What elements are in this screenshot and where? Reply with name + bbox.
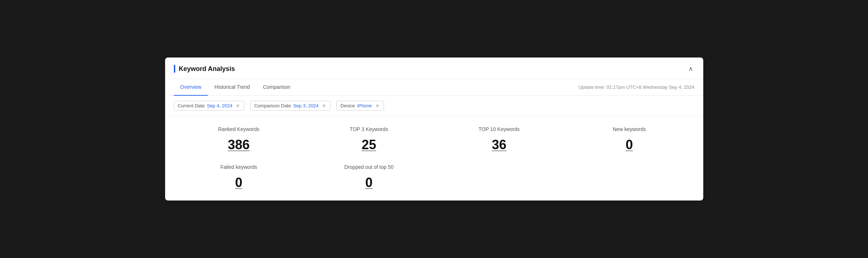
filter-current-date-label: Current Date <box>178 103 205 108</box>
tab-comparison[interactable]: Comparison <box>256 79 297 96</box>
metric-top10-keywords-label: TOP 10 Keywords <box>441 126 557 132</box>
tabs-container: Overview Historical Trend Comparison <box>174 79 297 95</box>
tab-historical-trend[interactable]: Historical Trend <box>208 79 256 96</box>
filters-row: Current Date Sep 4, 2024 ✕ Comparison Da… <box>165 96 703 116</box>
filter-current-date: Current Date Sep 4, 2024 ✕ <box>174 101 245 111</box>
metric-ranked-keywords-value[interactable]: 386 <box>181 137 297 152</box>
metric-ranked-keywords-label: Ranked Keywords <box>181 126 297 132</box>
filter-comparison-date-close[interactable]: ✕ <box>321 104 327 108</box>
tabs-row: Overview Historical Trend Comparison Upd… <box>165 79 703 96</box>
filter-device-close[interactable]: ✕ <box>375 104 380 108</box>
title-accent-bar <box>174 65 175 73</box>
metric-new-keywords-label: New keywords <box>572 126 687 132</box>
metric-new-keywords-value[interactable]: 0 <box>572 137 687 152</box>
filter-device-value: iPhone <box>357 103 372 108</box>
tab-overview[interactable]: Overview <box>174 79 208 96</box>
metric-failed-keywords-value[interactable]: 0 <box>181 175 297 190</box>
keyword-analysis-card: Keyword Analysis ∧ Overview Historical T… <box>165 57 703 201</box>
metric-dropped-top50: Dropped out of top 50 0 <box>304 164 434 190</box>
metric-dropped-top50-value[interactable]: 0 <box>311 175 427 190</box>
card-title: Keyword Analysis <box>179 65 235 73</box>
metric-top3-keywords: TOP 3 Keywords 25 <box>304 126 434 152</box>
metric-failed-keywords-label: Failed keywords <box>181 164 297 170</box>
filter-current-date-value: Sep 4, 2024 <box>207 103 232 108</box>
metrics-section: Ranked Keywords 386 TOP 3 Keywords 25 TO… <box>165 116 703 201</box>
metric-top3-keywords-label: TOP 3 Keywords <box>311 126 427 132</box>
metric-failed-keywords: Failed keywords 0 <box>174 164 304 190</box>
metric-new-keywords: New keywords 0 <box>564 126 695 152</box>
metric-placeholder-1 <box>434 164 564 190</box>
metric-top10-keywords: TOP 10 Keywords 36 <box>434 126 564 152</box>
metric-placeholder-2 <box>564 164 695 190</box>
metric-dropped-top50-label: Dropped out of top 50 <box>311 164 427 170</box>
filter-device-label: Device <box>340 103 355 108</box>
card-title-wrapper: Keyword Analysis <box>174 65 235 73</box>
filter-device: Device iPhone ✕ <box>336 101 384 111</box>
metric-top10-keywords-value[interactable]: 36 <box>441 137 557 152</box>
filter-current-date-close[interactable]: ✕ <box>235 104 240 108</box>
metric-top3-keywords-value[interactable]: 25 <box>311 137 427 152</box>
filter-comparison-date-label: Comparison Date <box>254 103 291 108</box>
metrics-row-1: Ranked Keywords 386 TOP 3 Keywords 25 TO… <box>174 126 695 152</box>
update-time: Update time: 01:17pm UTC+8 Wednesday Sep… <box>579 84 695 90</box>
metric-ranked-keywords: Ranked Keywords 386 <box>174 126 304 152</box>
metrics-row-2: Failed keywords 0 Dropped out of top 50 … <box>174 164 695 190</box>
card-header: Keyword Analysis ∧ <box>165 57 703 79</box>
collapse-button[interactable]: ∧ <box>687 64 695 74</box>
filter-comparison-date: Comparison Date Sep 3, 2024 ✕ <box>250 101 331 111</box>
filter-comparison-date-value: Sep 3, 2024 <box>293 103 319 108</box>
